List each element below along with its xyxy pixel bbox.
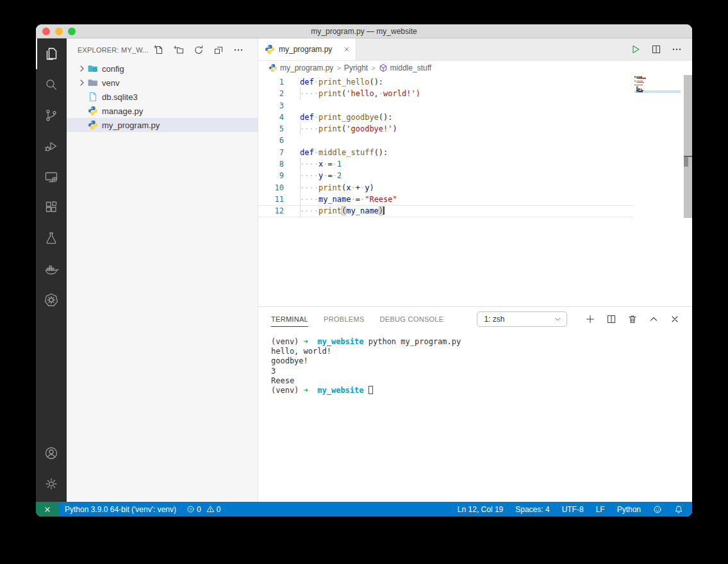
close-panel-button[interactable] <box>670 314 680 324</box>
code-line-4[interactable]: 4def·print_goodbye(): <box>258 112 633 123</box>
panel-tab-debug-console[interactable]: DEBUG CONSOLE <box>380 307 444 331</box>
tree-item-my-program-py[interactable]: my_program.py <box>67 118 258 132</box>
terminal-cursor <box>368 386 373 394</box>
editor-cursor <box>383 206 385 215</box>
new-terminal-button[interactable] <box>585 314 595 324</box>
python-icon <box>88 120 98 130</box>
code-line-1[interactable]: 1def·print_hello(): <box>258 76 633 88</box>
docker-icon <box>44 261 59 277</box>
activity-item-testing[interactable] <box>36 223 67 254</box>
title-bar[interactable]: my_program.py — my_website <box>36 24 692 38</box>
terminal-line: 3 <box>271 367 692 376</box>
activity-item-run-debug[interactable] <box>36 131 67 162</box>
close-icon <box>670 314 680 324</box>
tree-item-config[interactable]: config <box>67 62 258 76</box>
beaker-icon <box>44 231 59 246</box>
breadcrumb-separator: > <box>336 64 340 72</box>
collapse-icon <box>213 45 224 55</box>
code-line-2[interactable]: 2····print('hello,·world!') <box>258 88 633 99</box>
tree-item-manage-py[interactable]: manage.py <box>67 104 258 118</box>
panel-tab-terminal[interactable]: TERMINAL <box>271 307 308 331</box>
terminal-line: (venv) ➜ my_website <box>271 386 692 395</box>
split-editor-button[interactable] <box>651 44 661 54</box>
terminal[interactable]: (venv) ➜ my_website python my_program.py… <box>258 331 692 395</box>
code-line-11[interactable]: 11····my_name·=·"Reese" <box>258 194 633 205</box>
activity-item-extensions[interactable] <box>36 192 67 223</box>
python-interpreter-button[interactable]: Python 3.9.0 64-bit ('venv': venv) <box>65 505 176 514</box>
panel-tab-problems[interactable]: PROBLEMS <box>324 307 365 331</box>
line-number: 10 <box>258 182 284 194</box>
shell-select-value: 1: zsh <box>484 315 504 324</box>
more-icon <box>672 44 682 54</box>
kill-terminal-button[interactable] <box>627 314 638 324</box>
new-file-button[interactable] <box>154 45 164 55</box>
remote-indicator-button[interactable] <box>36 502 58 517</box>
new-folder-button[interactable] <box>174 45 184 55</box>
terminal-line: goodbye! <box>271 356 692 366</box>
split-icon <box>651 44 661 54</box>
refresh-explorer-button[interactable] <box>194 45 204 55</box>
editor[interactable]: 1def·print_hello():2····print('hello,·wo… <box>258 75 692 306</box>
tab-label: my_program.py <box>279 45 339 54</box>
activity-item-source-control[interactable] <box>36 100 67 131</box>
breadcrumb-my-program-py[interactable]: my_program.py <box>269 63 333 72</box>
status-utf-8[interactable]: UTF-8 <box>562 505 584 514</box>
minimap[interactable] <box>634 76 681 102</box>
run-python-file-button[interactable] <box>631 44 641 54</box>
minimize-window-button[interactable] <box>55 28 63 35</box>
activity-item-accounts[interactable] <box>36 438 67 469</box>
terminal-line: hello, world! <box>271 347 692 356</box>
code-line-7[interactable]: 7def·middle_stuff(): <box>258 147 633 158</box>
gear-icon <box>44 476 59 492</box>
problems-indicator[interactable]: 0 0 <box>186 505 220 514</box>
notifications-button[interactable] <box>674 505 683 514</box>
status-python[interactable]: Python <box>617 505 641 514</box>
editor-scrollbar[interactable] <box>684 75 692 218</box>
code-line-3[interactable]: 3 <box>258 100 633 112</box>
tree-item-label: config <box>102 64 124 74</box>
explorer-title: EXPLORER: MY_W... <box>78 46 154 54</box>
collapse-folders-button[interactable] <box>213 45 224 55</box>
line-number: 4 <box>258 112 284 123</box>
status-lf[interactable]: LF <box>596 505 605 514</box>
activity-item-explorer[interactable] <box>36 38 67 69</box>
tree-item-db-sqlite3[interactable]: db.sqlite3 <box>67 90 258 104</box>
tree-item-label: manage.py <box>102 106 143 116</box>
debug-icon <box>44 138 59 154</box>
scrollbar-thumb[interactable] <box>684 157 688 167</box>
maximize-panel-button[interactable] <box>649 314 659 324</box>
bell-icon <box>674 505 683 514</box>
activity-item-kubernetes[interactable] <box>36 285 67 315</box>
close-window-button[interactable] <box>42 28 50 35</box>
code-line-9[interactable]: 9····y·=·2 <box>258 170 633 181</box>
status-spaces-4[interactable]: Spaces: 4 <box>515 505 549 514</box>
line-number: 6 <box>258 135 284 146</box>
activity-item-docker[interactable] <box>36 254 67 285</box>
split-terminal-button[interactable] <box>606 314 616 324</box>
tab-close-button[interactable] <box>343 46 351 53</box>
feedback-button[interactable] <box>653 505 662 514</box>
more-actions-button[interactable] <box>233 45 244 55</box>
zoom-window-button[interactable] <box>68 28 76 35</box>
terminal-shell-select[interactable]: 1: zsh <box>477 311 567 327</box>
play-icon <box>631 44 641 54</box>
feedback-icon <box>653 505 662 514</box>
status-ln-12-col-19[interactable]: Ln 12, Col 19 <box>458 505 503 514</box>
code-line-6[interactable]: 6 <box>258 135 633 146</box>
account-icon <box>44 445 59 461</box>
panel-header: TERMINALPROBLEMSDEBUG CONSOLE 1: zsh <box>258 307 692 331</box>
code-line-8[interactable]: 8····x·=·1 <box>258 158 633 170</box>
breadcrumb-middle-stuff[interactable]: middle_stuff <box>379 63 431 72</box>
code-line-5[interactable]: 5····print('goodbye!') <box>258 123 633 135</box>
more-editor-actions-button[interactable] <box>672 44 682 54</box>
tree-item-venv[interactable]: venv <box>67 76 258 90</box>
tab-my-program[interactable]: my_program.py <box>258 38 356 60</box>
panel: TERMINALPROBLEMSDEBUG CONSOLE 1: zsh (ve… <box>258 306 692 502</box>
activity-item-remote-explorer[interactable] <box>36 162 67 192</box>
activity-item-search[interactable] <box>36 69 67 100</box>
breadcrumb-Pyright[interactable]: Pyright <box>344 63 368 72</box>
trash-icon <box>627 314 638 324</box>
activity-item-settings[interactable] <box>36 469 67 499</box>
code-line-12[interactable]: 12····print(my_name) <box>258 205 633 217</box>
code-line-10[interactable]: 10····print(x·+·y) <box>258 182 633 194</box>
